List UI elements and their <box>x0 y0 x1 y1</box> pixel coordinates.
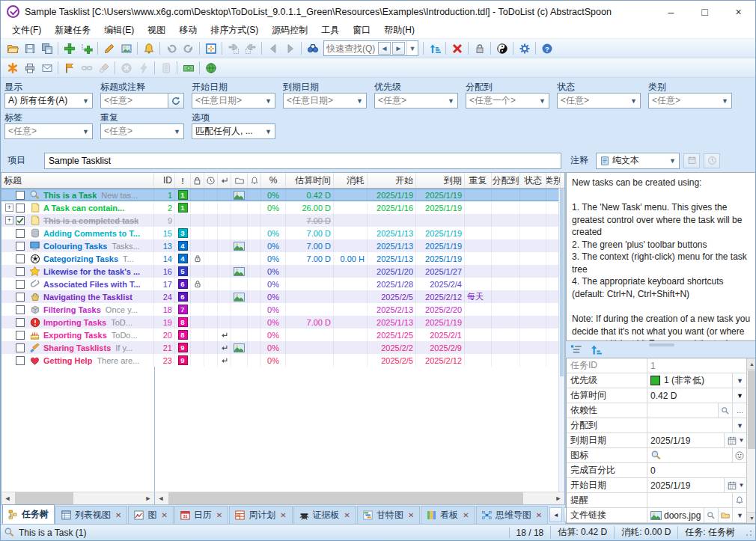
reminder-button[interactable] <box>140 40 157 57</box>
quick-find-input[interactable] <box>324 42 378 55</box>
reminder-button[interactable] <box>732 493 746 507</box>
scroll-up-icon[interactable]: ▲ <box>747 358 756 370</box>
save-all-button[interactable] <box>38 40 55 57</box>
column-header-spent[interactable]: 消耗 <box>334 173 368 188</box>
attribute-value[interactable]: 0.42 D <box>647 388 732 403</box>
view-tab-列表视图[interactable]: 列表视图✕ <box>55 506 127 524</box>
column-header-est[interactable]: 估算时间 <box>286 173 334 188</box>
filter-到期日期-select[interactable]: <任意日期>▼ <box>283 93 367 108</box>
spellcheck-star-button[interactable] <box>4 60 21 76</box>
filter-标题或注释-input[interactable]: <任意> <box>100 93 168 108</box>
task-row[interactable]: Filtering TasksOnce y...1870%2025/2/1320… <box>1 303 564 316</box>
view-tab-看板[interactable]: 看板✕ <box>421 506 475 524</box>
column-header-due[interactable]: 到期 <box>416 173 465 188</box>
menu-item[interactable]: 窗口 <box>346 22 377 38</box>
filter-显示-select[interactable]: A) 所有任务(A)▼ <box>4 93 93 108</box>
resize-grip[interactable] <box>745 529 752 537</box>
task-title-cell[interactable]: Likewise for the task's ... <box>1 265 154 278</box>
columns-hscrollbar[interactable]: ◄► <box>155 492 564 504</box>
menu-item[interactable]: 源码控制 <box>265 22 314 38</box>
undo-button[interactable] <box>162 40 180 57</box>
filter-重复-select[interactable]: <任意>▼ <box>100 123 184 139</box>
filter-refresh-button[interactable] <box>168 93 184 108</box>
columns-vscrollbar[interactable] <box>558 189 564 492</box>
task-title-cell[interactable]: Adding Comments to T... <box>1 227 154 239</box>
filter-类别-select[interactable]: <任意>▼ <box>648 93 732 108</box>
task-checkbox[interactable] <box>16 305 25 314</box>
toggle-theme-button[interactable] <box>493 40 510 57</box>
column-header-recurlbl[interactable]: 重复 <box>465 173 492 188</box>
edit-task-button[interactable] <box>100 40 118 57</box>
sort-button[interactable] <box>426 40 443 57</box>
find-prev-button[interactable]: ◄ <box>378 42 391 55</box>
task-checkbox[interactable] <box>16 280 25 289</box>
cancel-button[interactable] <box>118 60 135 76</box>
attribute-value[interactable]: 0 <box>647 463 746 477</box>
column-header-pri[interactable]: ! <box>175 173 191 188</box>
menu-item[interactable]: 移动 <box>172 22 204 38</box>
task-title-cell[interactable]: Importing TasksToD... <box>1 316 154 328</box>
task-row[interactable]: Navigating the Tasklist2460%2025/2/52025… <box>1 290 564 303</box>
comments-window-button[interactable] <box>683 153 700 168</box>
attribute-value[interactable]: doors.jpg <box>647 508 704 522</box>
minimize-button[interactable]: – <box>654 1 688 22</box>
column-header-title[interactable]: 标题 <box>1 173 154 188</box>
view-tab-甘特图[interactable]: 甘特图✕ <box>357 506 420 524</box>
task-row[interactable]: Categorizing TasksT...1440%7.00 D0.00 H2… <box>1 252 564 265</box>
filter-标签-select[interactable]: <任意>▼ <box>4 123 93 139</box>
task-row[interactable]: Sharing TasklistsIf y...2190%2025/2/2202… <box>1 341 564 354</box>
column-header-status[interactable]: 状态 <box>520 173 546 188</box>
move-task-right-button[interactable] <box>225 40 242 57</box>
tabs-scroll-left[interactable]: ◄ <box>549 507 562 522</box>
filter-优先级-select[interactable]: <任意>▼ <box>374 93 458 108</box>
maximize-tasklist-button[interactable] <box>202 40 219 57</box>
task-checkbox[interactable] <box>16 204 25 213</box>
column-header-pct[interactable]: % <box>261 173 286 188</box>
column-header-alloc[interactable]: 分配到 <box>492 173 520 188</box>
task-checkbox[interactable] <box>16 293 25 302</box>
view-tab-证据板[interactable]: 证据板✕ <box>293 506 356 524</box>
view-tab-思维导图[interactable]: 思维导图✕ <box>476 506 548 524</box>
new-task-button[interactable] <box>61 40 78 57</box>
filter-选项-select[interactable]: 匹配任何人, ...▼ <box>192 123 275 139</box>
web-button[interactable] <box>202 60 219 76</box>
filelink-dropdown[interactable]: ▼ <box>732 508 746 522</box>
menu-item[interactable]: 排序方式(S) <box>204 22 265 38</box>
attribute-value[interactable]: 2025/1/19 <box>647 478 724 492</box>
cleanup-button[interactable] <box>95 60 112 76</box>
tab-close-icon[interactable]: ✕ <box>161 511 167 519</box>
comments-text[interactable]: New tasks can be created using: 1. The '… <box>566 172 756 341</box>
filter-状态-select[interactable]: <任意>▼ <box>557 93 641 108</box>
date-picker-button[interactable]: ▼ <box>724 433 746 447</box>
filter-开始日期-select[interactable]: <任意日期>▼ <box>192 93 275 108</box>
view-tab-周计划[interactable]: 周计划✕ <box>229 506 292 524</box>
task-row[interactable]: Exporting TasksToDo...2080%2025/1/252025… <box>1 328 564 341</box>
tab-close-icon[interactable]: ✕ <box>536 511 542 519</box>
task-row[interactable]: +A Task can contain...210%26.00 D2025/1/… <box>1 201 564 214</box>
task-checkbox[interactable] <box>16 216 25 225</box>
email-button[interactable] <box>38 60 55 76</box>
task-title-cell[interactable]: +A Task can contain... <box>1 201 154 214</box>
column-header-file[interactable] <box>231 173 248 188</box>
column-header-lock[interactable] <box>191 173 204 188</box>
task-title-cell[interactable]: +This is a completed task <box>1 214 154 227</box>
task-checkbox[interactable] <box>16 229 25 238</box>
column-header-clock[interactable] <box>204 173 218 188</box>
task-checkbox[interactable] <box>16 191 25 200</box>
find-next-button[interactable]: ► <box>392 42 405 55</box>
task-title-cell[interactable]: Associated Files with T... <box>1 278 154 290</box>
attribute-value[interactable] <box>647 418 732 433</box>
tab-close-icon[interactable]: ✕ <box>216 511 222 519</box>
expand-icon[interactable]: + <box>5 204 13 212</box>
quick-find-dropdown[interactable]: ▼ <box>406 41 418 55</box>
task-checkbox[interactable] <box>16 242 25 251</box>
task-checkbox[interactable] <box>16 254 25 263</box>
close-button[interactable]: × <box>722 1 755 22</box>
view-tab-任务树[interactable]: 任务树 <box>2 504 55 524</box>
scroll-log-button[interactable] <box>157 60 174 76</box>
menu-item[interactable]: 工具 <box>314 22 346 38</box>
attribute-value[interactable] <box>647 493 732 507</box>
task-row[interactable]: This is a TaskNew tas...110%0.42 D2025/1… <box>1 189 564 201</box>
new-subtask-button[interactable] <box>78 40 95 57</box>
time-units-dropdown[interactable]: ▼ <box>732 388 746 403</box>
